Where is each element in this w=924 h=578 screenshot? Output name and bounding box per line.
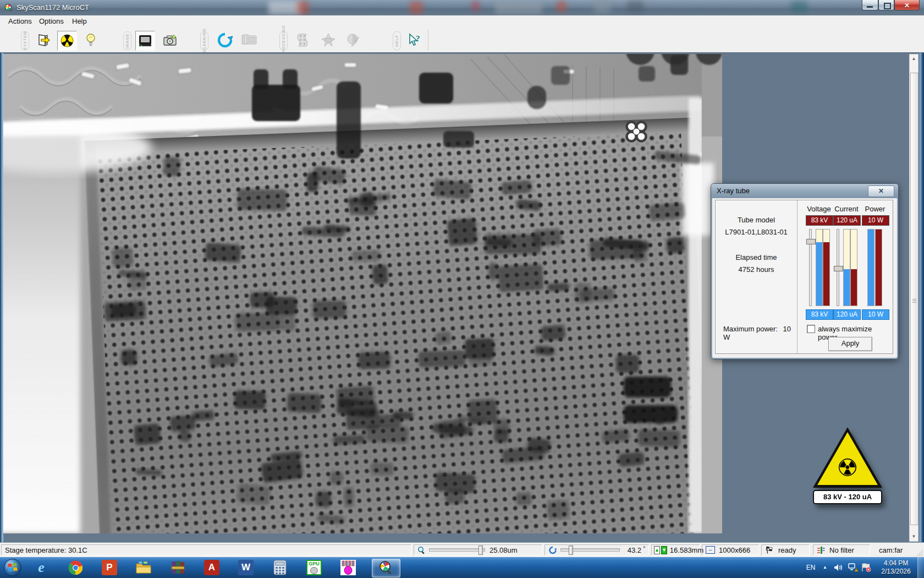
close-button[interactable]: ✕ <box>894 0 920 10</box>
titlebar-ghost <box>791 1 807 13</box>
taskbar-acrobat[interactable]: A <box>202 559 221 576</box>
current-slider[interactable] <box>837 229 839 306</box>
tray-volume[interactable] <box>834 564 843 578</box>
apply-button[interactable]: Apply <box>828 337 872 351</box>
voltage-slider[interactable] <box>809 229 812 306</box>
annotate-button[interactable] <box>344 31 363 50</box>
statusbar: Stage temperature: 30.1C 25.08um 43.2 º <box>0 542 924 558</box>
taskbar-control-tool[interactable] <box>339 559 358 576</box>
magnifier-icon <box>417 546 426 554</box>
voltage-setpoint: 83 kV <box>806 309 833 320</box>
warning-sign-label: 83 kV - 120 uA <box>813 490 882 504</box>
menu-options[interactable]: Options <box>34 15 69 28</box>
language-indicator: EN <box>806 564 816 571</box>
stage-temperature-text: Stage temperature: 30.1C <box>5 546 87 554</box>
menu-actions[interactable]: Actions <box>3 15 37 28</box>
exit-button[interactable] <box>34 31 53 50</box>
image-size-cell: ↔ 1000x666 <box>702 544 759 555</box>
desktop: SkyScan1172 MicroCT ✕ Actions Options He… <box>0 0 924 578</box>
voltage-slider-thumb[interactable] <box>806 239 816 244</box>
titlebar-ghost <box>495 1 542 14</box>
stage-down-icon[interactable]: ▼ <box>661 546 667 554</box>
window-border-left <box>0 53 3 543</box>
taskbar-chrome[interactable] <box>66 559 85 576</box>
start-button[interactable] <box>3 559 22 576</box>
context-help-icon: ? <box>406 32 422 48</box>
network-warning-icon <box>848 563 858 572</box>
voltage-actual-track <box>816 229 823 306</box>
tray-hidden-icons[interactable]: ▲ <box>823 557 827 578</box>
start-scan-icon <box>217 32 233 48</box>
taskbar-explorer[interactable] <box>134 559 153 576</box>
taskbar-internet-explorer[interactable]: e <box>32 559 51 576</box>
calculator-icon <box>273 560 287 575</box>
taskbar-winrar[interactable] <box>168 559 187 576</box>
scroll-up-icon[interactable]: ▲ <box>910 54 918 63</box>
image-format-icon: ↔ <box>706 546 715 554</box>
tray-clock[interactable]: 4:04 PM 2/13/2026 <box>877 559 915 576</box>
power-readback: 10 W <box>862 215 889 226</box>
stage-up-icon[interactable]: ▲ <box>654 546 660 554</box>
zoom-slider-thumb[interactable] <box>479 546 483 555</box>
dialog-close-button[interactable]: ✕ <box>868 186 894 197</box>
scrollbar-thumb[interactable] <box>910 73 919 525</box>
grab-camera-icon <box>162 32 178 48</box>
rotation-cell: 43.2 º <box>544 544 649 555</box>
zoom-slider[interactable] <box>429 548 485 552</box>
taskbar-powerpoint[interactable]: P <box>100 559 119 576</box>
taskbar-calculator[interactable] <box>271 559 289 576</box>
xray-source-icon <box>59 33 75 48</box>
xray-tube-dialog-titlebar[interactable]: X-ray tube ✕ <box>711 184 898 198</box>
taskbar-gpu-tool[interactable]: GPU <box>305 559 323 576</box>
image-size-value: 1000x666 <box>719 546 750 554</box>
video-monitor-icon <box>138 33 153 48</box>
minimize-button[interactable] <box>862 0 878 10</box>
xray-image-view[interactable] <box>3 54 722 533</box>
menu-help[interactable]: Help <box>67 15 92 28</box>
taskbar-skyscan-active[interactable] <box>372 559 400 577</box>
power-actual-track <box>867 229 875 306</box>
rotation-slider[interactable] <box>560 548 620 552</box>
annotate-icon <box>346 32 361 48</box>
rotate-icon <box>548 546 557 554</box>
tray-network[interactable] <box>848 563 858 578</box>
resize-grip[interactable] <box>916 549 923 557</box>
taskbar-word[interactable]: W <box>237 559 255 576</box>
current-bar-group <box>837 229 859 306</box>
toolbar-group-image-label: IMAGE <box>123 31 131 50</box>
titlebar-ghost <box>627 1 644 13</box>
titlebar-ghost <box>594 1 610 13</box>
video-monitor-button[interactable] <box>135 31 155 51</box>
xray-tube-dialog[interactable]: X-ray tube ✕ Tube model L7901-01,L8031-0… <box>711 183 899 359</box>
context-help-button[interactable]: ? <box>405 31 424 50</box>
start-scan-button[interactable] <box>216 31 234 50</box>
power-actual-bar <box>868 230 874 306</box>
finish-flag-icon <box>765 546 774 554</box>
dialog-divider <box>797 200 798 353</box>
chevron-up-icon: ▲ <box>823 565 827 570</box>
grab-image-button[interactable] <box>161 31 179 50</box>
movie-button[interactable] <box>294 31 312 50</box>
tray-action-center[interactable] <box>861 563 871 578</box>
current-set-track <box>850 229 857 306</box>
voltage-bar-group <box>809 229 831 306</box>
vertical-scrollbar[interactable]: ▲ ▼ <box>909 54 919 542</box>
scroll-down-icon[interactable]: ▼ <box>910 532 918 541</box>
always-maximize-checkbox[interactable] <box>807 325 815 333</box>
transform-button[interactable] <box>319 31 338 50</box>
winrar-icon <box>170 560 185 575</box>
xray-on-button[interactable] <box>57 31 77 51</box>
toolbar-group-help-label: HELP <box>393 31 401 50</box>
tray-language[interactable]: EN <box>804 557 817 578</box>
restore-button[interactable] <box>878 0 894 10</box>
flag-with-error-icon <box>861 563 871 572</box>
batch-scan-button[interactable] <box>240 31 258 50</box>
light-button[interactable] <box>81 31 100 50</box>
xray-tube-dialog-body: Tube model L7901-01,L8031-01 Elapsed tim… <box>715 200 893 354</box>
show-desktop-button[interactable] <box>917 557 924 578</box>
rotation-slider-thumb[interactable] <box>569 546 573 555</box>
object-position-value: 16.583mm <box>670 546 703 554</box>
current-slider-thumb[interactable] <box>834 266 843 271</box>
start-orb-icon <box>3 558 22 577</box>
titlebar[interactable]: SkyScan1172 MicroCT ✕ <box>0 0 924 16</box>
